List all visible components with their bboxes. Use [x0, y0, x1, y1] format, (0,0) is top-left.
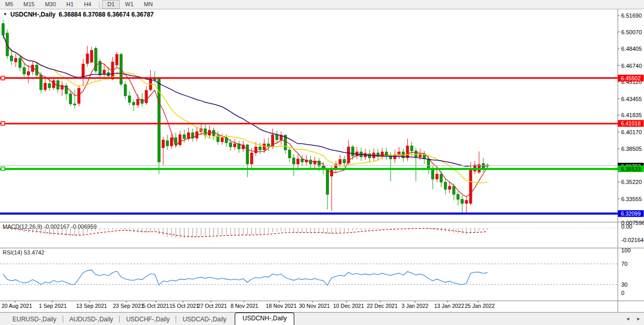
svg-text:0: 0 — [621, 290, 624, 296]
svg-text:6.45502: 6.45502 — [621, 75, 641, 81]
svg-text:-0.02164: -0.02164 — [621, 237, 643, 243]
chart-ohlc-values: 6.36884 6.37088 6.36674 6.36787 — [59, 11, 154, 18]
svg-text:23 Sep 2021: 23 Sep 2021 — [113, 303, 144, 309]
svg-text:22 Dec 2021: 22 Dec 2021 — [367, 303, 398, 309]
svg-text:6.36533: 6.36533 — [621, 166, 641, 172]
timeframe-toolbar: M5M15M30H1H4D1W1MN — [0, 0, 644, 9]
timeframe-button-h4[interactable]: H4 — [79, 0, 96, 9]
chart-canvas[interactable]: 6.516906.500706.484056.467406.451206.434… — [0, 9, 644, 312]
timeframe-button-d1[interactable]: D1 — [102, 0, 120, 9]
svg-text:20 Aug 2021: 20 Aug 2021 — [2, 303, 32, 309]
svg-text:6.51690: 6.51690 — [621, 12, 642, 19]
svg-text:6.48405: 6.48405 — [621, 46, 642, 52]
svg-text:6.50070: 6.50070 — [621, 29, 642, 35]
timeframe-button-m30[interactable]: M30 — [40, 0, 61, 9]
macd-layer: 0.0075960.00-0.02164 — [3, 220, 644, 243]
svg-text:13 Sep 2021: 13 Sep 2021 — [76, 303, 107, 309]
svg-text:6.41835: 6.41835 — [621, 112, 642, 118]
chart-tabbar: EURUSD-,DailyAUDUSD-,DailyUSDCHF-,DailyU… — [0, 312, 644, 325]
chart-symbol-label: USDCNH-,Daily — [10, 11, 55, 18]
tab-scroll-right-icon[interactable]: ► — [636, 316, 641, 321]
rsi-indicator-label: RSI(14) 53.4742 — [3, 249, 45, 256]
tab-separator — [63, 316, 63, 322]
svg-text:6.43455: 6.43455 — [621, 96, 642, 102]
svg-text:30: 30 — [621, 281, 627, 288]
moving-averages-layer — [3, 35, 488, 197]
toolbar-separator — [99, 2, 99, 8]
svg-text:6.40170: 6.40170 — [621, 129, 642, 135]
svg-text:70: 70 — [621, 261, 627, 267]
tab-scroll-arrows: ◄ ► — [625, 316, 641, 321]
svg-text:30 Nov 2021: 30 Nov 2021 — [299, 303, 330, 309]
svg-text:10 Dec 2021: 10 Dec 2021 — [333, 303, 364, 309]
chart-title-overlay: ▼ USDCNH-,Daily 6.36884 6.37088 6.36674 … — [3, 11, 154, 18]
tab-usdchfdaily[interactable]: USDCHF-,Daily — [121, 314, 175, 325]
date-axis: 20 Aug 20211 Sep 202113 Sep 202123 Sep 2… — [2, 301, 495, 309]
svg-text:5 Oct 2021: 5 Oct 2021 — [142, 303, 169, 309]
svg-text:6.33555: 6.33555 — [621, 196, 642, 202]
chevron-down-icon[interactable]: ▼ — [3, 12, 7, 17]
tab-usdcaddaily[interactable]: USDCAD-,Daily — [177, 314, 232, 325]
timeframe-button-w1[interactable]: W1 — [120, 0, 139, 9]
svg-text:15 Oct 2021: 15 Oct 2021 — [169, 303, 199, 309]
tab-eurusddaily[interactable]: EURUSD-,Daily — [7, 314, 62, 325]
chart-window[interactable]: 6.516906.500706.484056.467406.451206.434… — [0, 9, 644, 312]
svg-text:13 Jan 2022: 13 Jan 2022 — [434, 303, 464, 309]
candles-layer — [2, 20, 489, 213]
svg-text:8 Nov 2021: 8 Nov 2021 — [231, 303, 259, 309]
timeframe-button-m15[interactable]: M15 — [18, 0, 39, 9]
rsi-layer: 10070300 — [3, 247, 631, 296]
svg-text:6.46740: 6.46740 — [621, 63, 642, 69]
tab-separator — [119, 316, 120, 322]
svg-text:6.38505: 6.38505 — [621, 146, 642, 152]
svg-text:1 Sep 2021: 1 Sep 2021 — [39, 303, 67, 309]
timeframe-button-m5[interactable]: M5 — [0, 0, 18, 9]
tab-separator — [176, 316, 176, 322]
rsi-name: RSI(14) — [3, 249, 22, 256]
macd-name: MACD(12,26,9) — [3, 223, 42, 230]
svg-text:0.00: 0.00 — [621, 223, 632, 230]
macd-values: -0.002167 -0.006959 — [44, 223, 96, 230]
tab-scroll-left-icon[interactable]: ◄ — [625, 316, 630, 321]
svg-text:27 Oct 2021: 27 Oct 2021 — [197, 303, 227, 309]
svg-text:100: 100 — [621, 247, 631, 253]
svg-text:6.32099: 6.32099 — [621, 210, 641, 217]
svg-text:6.41018: 6.41018 — [621, 120, 641, 126]
svg-text:18 Nov 2021: 18 Nov 2021 — [266, 303, 297, 309]
svg-text:25 Jan 2022: 25 Jan 2022 — [465, 303, 495, 309]
tab-audusddaily[interactable]: AUDUSD-,Daily — [64, 314, 119, 325]
timeframe-button-h1[interactable]: H1 — [61, 0, 79, 9]
rsi-value: 53.4742 — [24, 249, 45, 256]
price-axis: 6.516906.500706.484056.467406.451206.434… — [618, 12, 644, 217]
mt4-window: M5M15M30H1H4D1W1MN 6.516906.500706.48405… — [0, 0, 644, 325]
timeframe-button-mn[interactable]: MN — [139, 0, 158, 9]
tab-usdcnhdaily[interactable]: USDCNH-,Daily — [235, 313, 294, 325]
svg-text:6.35220: 6.35220 — [621, 179, 642, 185]
macd-indicator-label: MACD(12,26,9) -0.002167 -0.006959 — [3, 223, 97, 230]
svg-text:3 Jan 2022: 3 Jan 2022 — [402, 303, 428, 309]
